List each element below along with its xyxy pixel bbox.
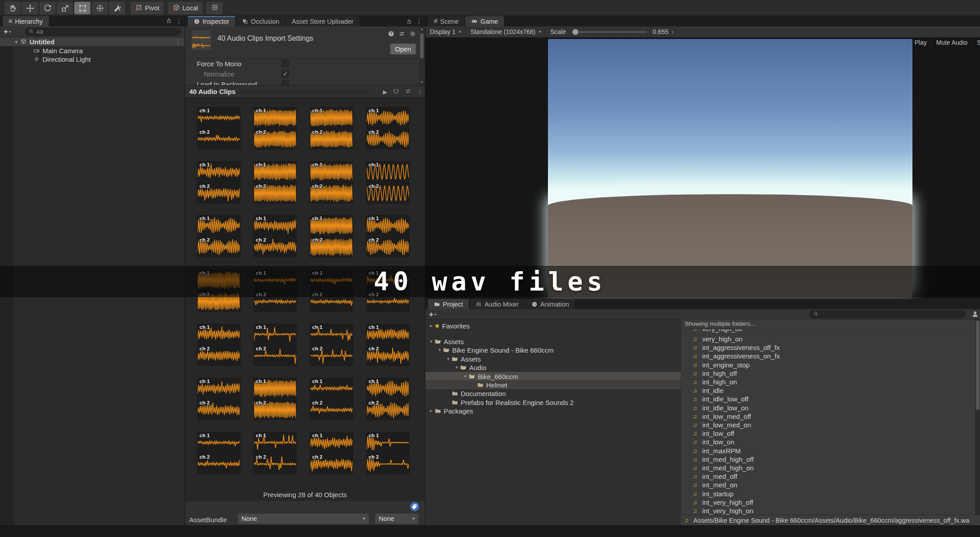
- scrollbar-thumb[interactable]: [420, 33, 424, 59]
- custom-tools-button[interactable]: [109, 2, 125, 14]
- file-row[interactable]: ♫int_med_high_on: [681, 464, 975, 472]
- game-toolbar-button[interactable]: S: [972, 37, 980, 48]
- hand-tool-button[interactable]: [4, 2, 21, 14]
- field-checkbox[interactable]: [282, 81, 289, 85]
- scale-slider-track[interactable]: [572, 31, 647, 33]
- chevron-down-icon[interactable]: ▾: [437, 348, 443, 352]
- audio-clip-tile[interactable]: ch 1ch 2: [310, 432, 353, 474]
- gear-icon[interactable]: [409, 30, 416, 38]
- scene-menu-icon[interactable]: ⋮: [175, 37, 181, 47]
- preview-menu-icon[interactable]: ⋮: [417, 87, 423, 97]
- lock-icon[interactable]: [406, 18, 412, 25]
- audio-clip-tile[interactable]: ch 1ch 2: [253, 432, 297, 474]
- file-row[interactable]: ♫int_very_high_off: [681, 498, 975, 507]
- file-row[interactable]: ♫int_med_high_off: [681, 455, 975, 464]
- play-icon[interactable]: ▶: [383, 89, 387, 95]
- audio-clip-tile[interactable]: ch 1ch 2: [366, 324, 410, 366]
- tree-item-assets[interactable]: ▾Assets: [425, 354, 681, 363]
- tab-inspector[interactable]: Inspector: [188, 16, 235, 26]
- hierarchy-item[interactable]: Directional Light: [0, 55, 185, 64]
- scroll-up-icon[interactable]: ▲: [420, 27, 424, 31]
- tree-item-documentation[interactable]: Documentation: [425, 389, 681, 398]
- file-list-scrollbar[interactable]: [975, 320, 980, 515]
- grid-snap-button[interactable]: [207, 2, 223, 14]
- file-row[interactable]: ♫int_med_off: [681, 472, 975, 481]
- file-row[interactable]: ♫int_engine_stop: [681, 361, 975, 369]
- chevron-right-icon[interactable]: ▸: [428, 409, 434, 413]
- foldout-icon[interactable]: ▾: [15, 40, 17, 44]
- audio-clip-tile[interactable]: ch 1ch 2: [197, 432, 241, 474]
- chevron-right-icon[interactable]: ▸: [428, 324, 434, 328]
- loop-icon[interactable]: [393, 88, 399, 96]
- hierarchy-menu-icon[interactable]: ⋮: [176, 16, 182, 26]
- tree-item-audio[interactable]: ▾Audio: [425, 363, 681, 372]
- pivot-toggle[interactable]: Pivot: [131, 2, 164, 14]
- file-row[interactable]: ♫int_low_off: [681, 429, 975, 438]
- audio-clip-tile[interactable]: ch 1ch 2: [310, 161, 353, 204]
- preset-icon[interactable]: [399, 30, 405, 38]
- file-row[interactable]: ♫int_high_off: [681, 369, 975, 378]
- tab-project[interactable]: Project: [428, 299, 469, 309]
- audio-clip-tile[interactable]: ch 1ch 2: [253, 161, 297, 204]
- tree-item-helmet[interactable]: Helmet: [425, 380, 681, 389]
- file-row[interactable]: ♫int_idle_low_on: [681, 404, 975, 412]
- scale-slider-handle[interactable]: [573, 29, 578, 35]
- scale-tool-button[interactable]: [57, 2, 73, 14]
- file-row[interactable]: ♫int_very_high_on: [681, 507, 975, 515]
- file-row[interactable]: ♫int_startup: [681, 490, 975, 498]
- audio-clip-tile[interactable]: ch 1ch 2: [366, 161, 410, 204]
- scroll-down-icon[interactable]: ▼: [419, 81, 424, 84]
- tab-audio-mixer[interactable]: Audio Mixer: [470, 299, 525, 309]
- help-icon[interactable]: [388, 30, 395, 38]
- project-create-button[interactable]: + ▾: [429, 310, 436, 319]
- file-row[interactable]: ♫ very_high_off: [681, 329, 975, 333]
- audio-clip-tile[interactable]: ch 1ch 2: [197, 378, 241, 420]
- file-row[interactable]: ♫int_med_on: [681, 481, 975, 489]
- resolution-dropdown[interactable]: Standalone (1024x768) ▾: [466, 26, 546, 38]
- rect-tool-button[interactable]: [74, 2, 90, 14]
- assetbundle-dropdown[interactable]: None ▾: [238, 513, 369, 524]
- audio-clip-tile[interactable]: ch 1ch 2: [253, 324, 297, 366]
- inspector-menu-icon[interactable]: ⋮: [416, 16, 422, 26]
- preview-resize-handle[interactable]: [239, 90, 368, 93]
- audio-clip-tile[interactable]: ch 1ch 2: [366, 378, 410, 420]
- tree-item-packages[interactable]: ▸Packages: [425, 406, 681, 415]
- tree-item-favorites[interactable]: ▸★Favorites: [425, 321, 681, 330]
- file-row[interactable]: ♫int_idle_low_off: [681, 395, 975, 403]
- tab-game[interactable]: Game: [465, 16, 504, 26]
- tree-item-prefabs-for-realistic-engine-sounds-2[interactable]: Prefabs for Realistic Engine Sounds 2: [425, 398, 681, 407]
- tree-item-bike-engine-sound-bike-660ccm[interactable]: ▾Bike Engine Sound - Bike 660ccm: [425, 345, 681, 354]
- move-tool-button[interactable]: [22, 2, 38, 14]
- hierarchy-scene-row[interactable]: ▾ Untitled ⋮: [0, 38, 185, 46]
- file-row[interactable]: ♫int_low_on: [681, 438, 975, 446]
- audio-clip-tile[interactable]: ch 1ch 2: [366, 107, 410, 149]
- sync-icon[interactable]: [405, 88, 412, 96]
- chevron-down-icon[interactable]: ▾: [462, 374, 468, 379]
- audio-clip-tile[interactable]: ch 1ch 2: [197, 215, 241, 257]
- assetbundle-tag-icon[interactable]: [410, 502, 420, 511]
- assetbundle-variant-dropdown[interactable]: None ▾: [375, 513, 419, 524]
- audio-clip-tile[interactable]: ch 1ch 2: [253, 107, 297, 149]
- display-dropdown[interactable]: Display 1 ▾: [425, 26, 466, 38]
- field-checkbox[interactable]: [282, 60, 289, 67]
- local-toggle[interactable]: Local: [168, 2, 203, 14]
- rotate-tool-button[interactable]: [39, 2, 55, 14]
- file-row[interactable]: ♫int_low_med_off: [681, 412, 975, 421]
- tab-scene[interactable]: #Scene: [428, 16, 464, 26]
- tree-item-assets[interactable]: ▾Assets: [425, 337, 681, 346]
- game-viewport[interactable]: [548, 39, 912, 297]
- transform-tool-button[interactable]: [92, 2, 108, 14]
- audio-clip-tile[interactable]: ch 1ch 2: [366, 432, 410, 474]
- file-row[interactable]: ♫int_aggressiveness_off_fx: [681, 343, 975, 352]
- tab-animation[interactable]: Animation: [526, 299, 575, 309]
- hierarchy-create-button[interactable]: + ▾: [4, 27, 11, 36]
- lock-icon[interactable]: [166, 17, 172, 25]
- tree-item-bike-660ccm[interactable]: ▾Bike_660ccm: [425, 372, 681, 381]
- inspector-scrollbar[interactable]: ▲ ▼: [419, 27, 424, 85]
- chevron-down-icon[interactable]: ▾: [445, 357, 451, 361]
- hierarchy-search-input[interactable]: All: [25, 28, 181, 36]
- project-search-input[interactable]: [810, 311, 965, 318]
- audio-clip-tile[interactable]: ch 1ch 2: [197, 161, 241, 204]
- audio-clip-tile[interactable]: ch 1ch 2: [253, 378, 297, 420]
- file-row[interactable]: ♫int_maxRPM: [681, 447, 975, 455]
